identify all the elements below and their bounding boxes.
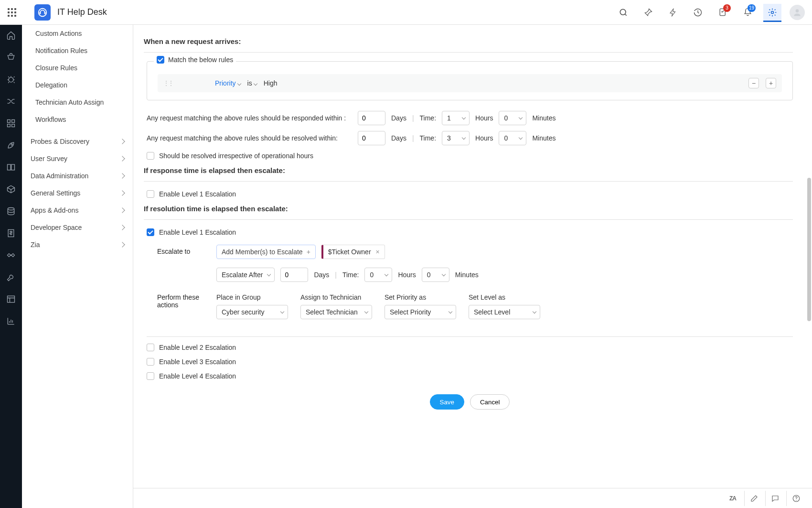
group-select[interactable]: Cyber security xyxy=(216,305,288,319)
perform-actions-label: Perform these actions xyxy=(157,291,205,309)
match-rules-toggle[interactable]: Match the below rules xyxy=(154,56,236,64)
chat-icon[interactable] xyxy=(765,491,784,506)
response-l1-label: Enable Level 1 Escalation xyxy=(159,190,236,198)
respond-minutes-select[interactable]: 0 xyxy=(499,111,526,125)
tasks-icon[interactable]: 3 xyxy=(714,3,732,22)
rail-database-icon[interactable] xyxy=(5,205,17,217)
remove-rule-button[interactable]: − xyxy=(748,78,759,88)
app-title: IT Help Desk xyxy=(57,7,107,17)
svg-point-7 xyxy=(9,77,13,82)
sidebar-section-apps-addons[interactable]: Apps & Add-ons xyxy=(22,202,133,219)
svg-rect-10 xyxy=(8,124,11,127)
sidebar-item-custom-actions[interactable]: Custom Actions xyxy=(22,25,133,42)
resolution-l4-checkbox[interactable] xyxy=(147,372,154,380)
avatar[interactable] xyxy=(788,3,806,22)
resolution-l2-checkbox[interactable] xyxy=(147,344,154,351)
settings-icon[interactable] xyxy=(763,4,781,22)
chevron-right-icon xyxy=(119,242,125,247)
svg-rect-8 xyxy=(8,120,11,123)
svg-rect-11 xyxy=(12,124,15,127)
resolve-days-input[interactable] xyxy=(358,131,385,145)
token-remove-icon[interactable]: × xyxy=(376,248,380,256)
resolution-l1-checkbox[interactable] xyxy=(147,228,154,236)
escalate-hours-select[interactable]: 0 xyxy=(364,268,392,282)
irrespective-checkbox[interactable] xyxy=(147,152,154,160)
save-button[interactable]: Save xyxy=(430,394,464,410)
escalate-token: $Ticket Owner × xyxy=(321,245,385,259)
resolution-l2-label: Enable Level 2 Escalation xyxy=(159,344,236,351)
sidebar-item-tech-auto-assign[interactable]: Technician Auto Assign xyxy=(22,94,133,111)
escalate-days-input[interactable] xyxy=(280,268,308,282)
rail-chart-icon[interactable] xyxy=(5,315,17,327)
sidebar-item-workflows[interactable]: Workflows xyxy=(22,111,133,128)
rail-book-icon[interactable] xyxy=(5,162,17,173)
sidebar-section-probes[interactable]: Probes & Discovery xyxy=(22,133,133,150)
bell-icon[interactable]: 19 xyxy=(738,3,757,22)
add-members-input[interactable]: Add Member(s) to Escalate + xyxy=(216,245,316,259)
chevron-right-icon xyxy=(119,207,125,213)
rail-package-icon[interactable] xyxy=(5,184,17,195)
zia-button[interactable]: ZA xyxy=(723,491,742,506)
svg-point-5 xyxy=(771,11,774,13)
priority-select[interactable]: Select Priority xyxy=(385,305,456,319)
respond-days-input[interactable] xyxy=(358,111,385,125)
history-icon[interactable] xyxy=(689,3,707,22)
token-label: $Ticket Owner xyxy=(328,248,371,256)
bottom-toolbar: ZA xyxy=(133,488,812,508)
rail-handshake-icon[interactable] xyxy=(5,249,17,261)
bell-badge: 19 xyxy=(748,4,756,12)
pin-icon[interactable] xyxy=(639,3,657,22)
edit-icon[interactable] xyxy=(744,491,763,506)
resolve-minutes-select[interactable]: 0 xyxy=(499,131,526,145)
drag-handle-icon[interactable]: ⋮⋮ xyxy=(163,80,173,86)
rail-wrench-icon[interactable] xyxy=(5,271,17,283)
chevron-right-icon xyxy=(119,156,125,161)
rail-bug-icon[interactable] xyxy=(5,74,17,85)
svg-point-12 xyxy=(11,144,12,145)
resolution-l4-label: Enable Level 4 Escalation xyxy=(159,372,236,380)
when-new-request-title: When a new request arrives: xyxy=(144,37,793,45)
svg-rect-1 xyxy=(40,12,41,14)
add-rule-button[interactable]: + xyxy=(766,78,776,88)
rail-ticket-icon[interactable] xyxy=(5,52,17,63)
sidebar-section-general[interactable]: General Settings xyxy=(22,184,133,202)
response-l1-checkbox[interactable] xyxy=(147,190,154,198)
rail-apps-icon[interactable] xyxy=(5,118,17,129)
sidebar-section-data-admin[interactable]: Data Administration xyxy=(22,167,133,184)
escalate-after-select[interactable]: Escalate After xyxy=(216,268,275,282)
sidebar-item-closure-rules[interactable]: Closure Rules xyxy=(22,59,133,76)
bolt-icon[interactable] xyxy=(664,3,682,22)
sidebar-section-user-survey[interactable]: User Survey xyxy=(22,150,133,167)
level-select[interactable]: Select Level xyxy=(469,305,540,319)
resolution-l1-label: Enable Level 1 Escalation xyxy=(159,228,236,236)
resolve-hours-select[interactable]: 3 xyxy=(442,131,470,145)
respond-hours-select[interactable]: 1 xyxy=(442,111,470,125)
escalate-to-label: Escalate to xyxy=(157,245,205,255)
if-response-title: If response time is elapsed then escalat… xyxy=(144,166,793,174)
rail-layout-icon[interactable] xyxy=(5,293,17,305)
rule-field-select[interactable]: Priority xyxy=(215,79,241,87)
if-resolution-title: If resolution time is elapsed then escal… xyxy=(144,205,793,213)
resolution-l3-checkbox[interactable] xyxy=(147,358,154,366)
rail-shuffle-icon[interactable] xyxy=(5,96,17,107)
sidebar-item-delegation[interactable]: Delegation xyxy=(22,76,133,94)
apps-launcher-icon[interactable] xyxy=(6,6,18,19)
rule-op-select[interactable]: is xyxy=(247,79,257,87)
sidebar-section-zia[interactable]: Zia xyxy=(22,236,133,253)
help-icon[interactable] xyxy=(786,491,805,506)
search-icon[interactable] xyxy=(614,3,632,22)
cancel-button[interactable]: Cancel xyxy=(470,394,510,410)
sidebar-item-notification-rules[interactable]: Notification Rules xyxy=(22,42,133,59)
rail-rocket-icon[interactable] xyxy=(5,140,17,151)
col-tech-label: Assign to Technician xyxy=(300,293,372,301)
rule-value[interactable]: High xyxy=(264,79,278,87)
escalate-minutes-select[interactable]: 0 xyxy=(422,268,449,282)
rail-home-icon[interactable] xyxy=(5,30,17,41)
divider xyxy=(144,52,793,53)
days-label: Days xyxy=(391,114,406,122)
match-rules-checkbox[interactable] xyxy=(157,56,164,64)
rail-invoice-icon[interactable] xyxy=(5,227,17,239)
sidebar-section-dev-space[interactable]: Developer Space xyxy=(22,219,133,236)
scrollbar-thumb[interactable] xyxy=(807,178,811,321)
technician-select[interactable]: Select Technician xyxy=(300,305,372,319)
